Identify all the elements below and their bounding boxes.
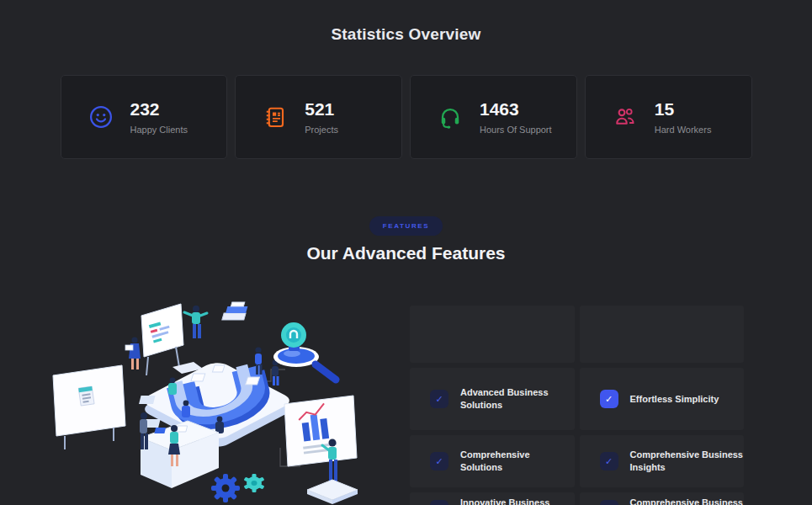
feature-label: Effortless Simplicity	[630, 393, 719, 406]
woman-laptop	[125, 337, 141, 369]
stat-value: 1463	[480, 99, 552, 119]
feature-item: ✓ Comprehensive Business Insights	[580, 435, 745, 487]
presentation-screen	[284, 396, 357, 466]
stat-label: Projects	[305, 125, 338, 135]
feature-label: Advanced Business Solutions	[460, 386, 575, 412]
feature-label: Innovative Business Strategies	[460, 497, 575, 505]
feature-item: ✓ Effortless Simplicity	[580, 368, 745, 430]
feature-item: ✓ Innovative Business Strategies	[410, 492, 575, 505]
stats-section-title: Statistics Overview	[0, 0, 812, 44]
stat-card: 15 Hard Workers	[585, 75, 752, 159]
books-stack	[222, 302, 249, 320]
checkbox-check-icon: ✓	[430, 452, 448, 470]
feature-item-partial	[580, 306, 745, 363]
checkbox-check-icon: ✓	[600, 452, 618, 470]
stat-label: Hard Workers	[655, 125, 712, 135]
feature-item: ✓ Advanced Business Solutions	[410, 368, 575, 430]
page: Statistics Overview 232 Happy Clients 52…	[0, 0, 812, 505]
checkbox-check-icon: ✓	[430, 500, 448, 505]
feature-label: Comprehensive Solutions	[460, 449, 575, 474]
presenter-man	[184, 306, 207, 338]
feature-label: Comprehensive Business Insights	[630, 449, 745, 474]
team-workspace-illustration	[46, 293, 370, 505]
features-heading: Our Advanced Features	[0, 243, 812, 263]
stats-grid: 232 Happy Clients 521 Projects	[61, 75, 752, 159]
stat-icon	[263, 104, 288, 130]
stat-label: Hours Of Support	[480, 125, 552, 135]
stat-card: 232 Happy Clients	[61, 75, 228, 159]
stat-card: 1463 Hours Of Support	[410, 75, 577, 159]
stat-value: 521	[305, 99, 338, 119]
stat-card: 521 Projects	[235, 75, 402, 159]
features-grid: ✓ Advanced Business Solutions ✓ Effortle…	[410, 306, 744, 505]
wall-monitor	[53, 365, 125, 449]
features-header: FEATURES Our Advanced Features	[0, 216, 812, 263]
stat-icon	[88, 104, 114, 130]
stat-value: 15	[655, 99, 712, 119]
checkbox-check-icon: ✓	[430, 390, 448, 408]
lightbulb-magnifier	[273, 322, 336, 380]
features-badge: FEATURES	[369, 216, 443, 236]
checkbox-check-icon: ✓	[600, 500, 618, 505]
feature-item: ✓ Comprehensive Business Solutions	[580, 492, 745, 505]
stat-icon	[438, 104, 463, 130]
stat-label: Happy Clients	[130, 125, 188, 135]
checkbox-check-icon: ✓	[600, 390, 618, 408]
feature-label: Comprehensive Business Solutions	[630, 497, 745, 505]
gears	[211, 474, 265, 502]
stat-icon	[613, 104, 638, 130]
feature-item: ✓ Comprehensive Solutions	[410, 435, 575, 487]
stat-value: 232	[130, 99, 188, 119]
feature-item-partial	[410, 306, 575, 363]
